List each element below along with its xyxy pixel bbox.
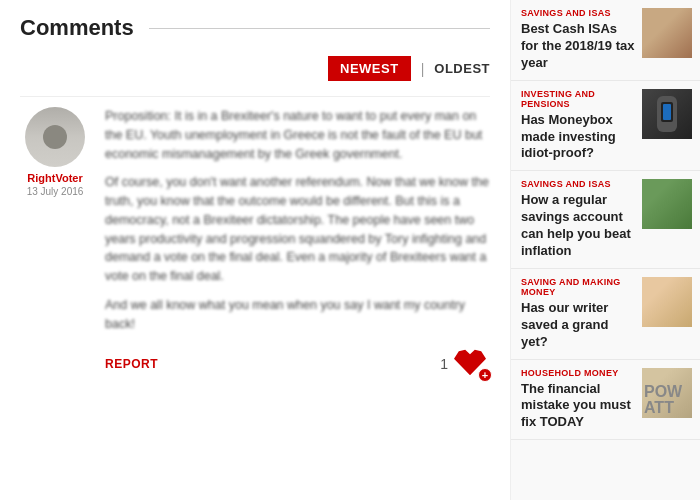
comment-paragraph-2: Of course, you don't want another refere… [105,173,490,286]
sidebar-item-4[interactable]: HOUSEHOLD MONEY The financial mistake yo… [511,360,700,441]
header-divider [149,28,490,29]
avatar-silhouette [25,107,85,167]
sidebar-title-1: Has Moneybox made investing idiot-proof? [521,112,636,163]
sidebar-category-0: SAVINGS AND ISAS [521,8,636,18]
avatar-wrapper: RightVoter 13 July 2016 [20,107,90,380]
user-name: RightVoter [27,172,82,184]
sidebar-image-1 [642,89,692,139]
moneybox-icon [653,94,681,134]
pow-text: POWATT [642,382,684,418]
sidebar-category-4: HOUSEHOLD MONEY [521,368,636,378]
sidebar-item-text-3: SAVING AND MAKING MONEY Has our writer s… [521,277,642,351]
user-date: 13 July 2016 [27,186,84,197]
sidebar-title-0: Best Cash ISAs for the 2018/19 tax year [521,21,636,72]
sidebar-item-text-4: HOUSEHOLD MONEY The financial mistake yo… [521,368,642,432]
comments-header: Comments [20,15,490,41]
avatar [25,107,85,167]
comments-section: Comments NEWEST | OLDEST RightVoter 13 J… [0,0,510,500]
sidebar-item-text-0: SAVINGS AND ISAS Best Cash ISAs for the … [521,8,642,72]
like-button[interactable]: + [454,348,490,380]
sidebar-item-1[interactable]: INVESTING AND PENSIONS Has Moneybox made… [511,81,700,172]
comment-text: Proposition: It is in a Brexiteer's natu… [105,107,490,343]
sidebar-item-text-2: SAVINGS AND ISAS How a regular savings a… [521,179,642,260]
like-plus-icon: + [478,368,492,382]
sidebar-item-0[interactable]: SAVINGS AND ISAS Best Cash ISAs for the … [511,0,700,81]
sort-divider: | [421,61,425,77]
sidebar-title-2: How a regular savings account can help y… [521,192,636,260]
sidebar-image-2 [642,179,692,229]
sort-oldest-button[interactable]: OLDEST [434,61,490,76]
report-button[interactable]: REPORT [105,357,158,371]
sidebar-image-4: POWATT [642,368,692,418]
sidebar-item-2[interactable]: SAVINGS AND ISAS How a regular savings a… [511,171,700,269]
comment-actions: REPORT 1 + [105,343,490,380]
sidebar-image-0 [642,8,692,58]
sidebar-title-4: The financial mistake you must fix TODAY [521,381,636,432]
like-area: 1 + [440,348,490,380]
svg-rect-2 [663,104,671,120]
sidebar-image-3 [642,277,692,327]
comments-title: Comments [20,15,134,41]
sidebar-category-3: SAVING AND MAKING MONEY [521,277,636,297]
comment-item: RightVoter 13 July 2016 Proposition: It … [20,96,490,390]
sidebar-item-text-1: INVESTING AND PENSIONS Has Moneybox made… [521,89,642,163]
sidebar-title-3: Has our writer saved a grand yet? [521,300,636,351]
sidebar: SAVINGS AND ISAS Best Cash ISAs for the … [510,0,700,500]
comment-paragraph-1: Proposition: It is in a Brexiteer's natu… [105,107,490,163]
sidebar-item-3[interactable]: SAVING AND MAKING MONEY Has our writer s… [511,269,700,360]
sort-newest-button[interactable]: NEWEST [328,56,411,81]
comment-paragraph-3: And we all know what you mean when you s… [105,296,490,334]
sidebar-category-1: INVESTING AND PENSIONS [521,89,636,109]
like-count: 1 [440,356,448,372]
sidebar-category-2: SAVINGS AND ISAS [521,179,636,189]
sort-controls: NEWEST | OLDEST [20,56,490,81]
avatar-head [43,125,67,149]
